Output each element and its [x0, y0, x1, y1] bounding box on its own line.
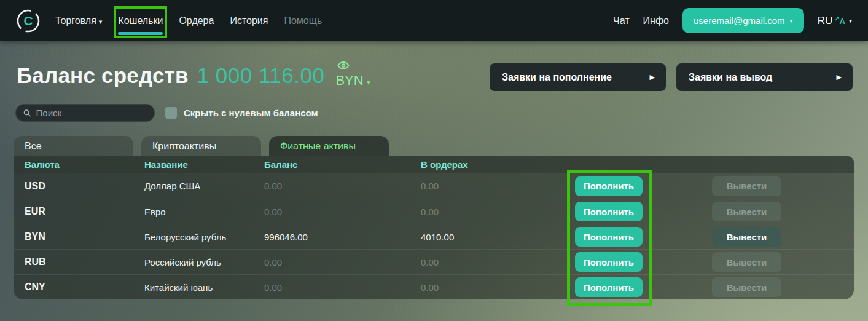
column-header-name: Название	[144, 159, 264, 170]
tab-all[interactable]: Все	[14, 136, 133, 156]
in-orders-cell: 0.00	[421, 257, 561, 268]
nav-item-trading[interactable]: Торговля▾	[55, 15, 102, 26]
name-cell: Китайский юань	[144, 282, 264, 293]
deposit-button[interactable]: Пополнить	[575, 277, 643, 297]
withdraw-button[interactable]: Вывести	[712, 277, 781, 297]
account-menu-button[interactable]: useremail@gmail.com ▾	[682, 8, 804, 33]
app-logo[interactable]: C	[16, 9, 41, 33]
table-row: EUR Евро 0.00 0.00 Пополнить Вывести	[14, 199, 854, 224]
nav-item-label: Помощь	[284, 15, 322, 26]
page-title: Баланс средств	[17, 63, 189, 88]
currency-code: BYN	[335, 73, 363, 88]
eye-icon[interactable]	[337, 61, 350, 70]
search-icon	[23, 109, 31, 117]
hide-zero-label: Скрыть с нулевым балансом	[184, 108, 318, 118]
name-cell: Доллар США	[144, 181, 264, 191]
table-body: USD Доллар США 0.00 0.00 Пополнить Вывес…	[14, 173, 854, 299]
assets-table: Валюта Название Баланс В ордерах USD Дол…	[14, 156, 854, 299]
column-header-in-orders: В ордерах	[421, 159, 561, 170]
user-email: useremail@gmail.com	[694, 15, 785, 26]
currency-cell: RUB	[25, 256, 144, 268]
in-orders-cell: 0.00	[421, 181, 561, 191]
nav-item-label: История	[230, 15, 268, 26]
main-menu: Торговля▾ Кошельки Ордера История Помощь	[55, 15, 322, 26]
table-header: Валюта Название Баланс В ордерах	[14, 156, 854, 173]
withdraw-button[interactable]: Вывести	[712, 252, 781, 272]
balance-cell: 0.00	[264, 207, 421, 217]
translate-icon: ↗A	[834, 16, 845, 25]
withdraw-button[interactable]: Вывести	[712, 227, 781, 247]
total-balance-value: 1 000 116.00	[197, 63, 325, 88]
table-row: USD Доллар США 0.00 0.00 Пополнить Вывес…	[14, 173, 854, 199]
nav-item-label: Кошельки	[118, 15, 163, 26]
top-navbar: C Торговля▾ Кошельки Ордера История Помо…	[0, 0, 868, 41]
chevron-down-icon: ▾	[367, 77, 371, 87]
balance-cell: 996046.00	[264, 232, 421, 242]
table-row: RUB Российский рубль 0.00 0.00 Пополнить…	[14, 249, 854, 274]
deposit-button[interactable]: Пополнить	[575, 202, 643, 221]
arrow-right-icon: ▶	[837, 73, 842, 81]
table-row: BYN Белорусский рубль 996046.00 4010.00 …	[14, 224, 854, 249]
info-link[interactable]: Инфо	[643, 15, 669, 26]
navbar-right: Чат Инфо useremail@gmail.com ▾ RU ↗A ▾	[613, 8, 852, 33]
in-orders-cell: 4010.00	[421, 232, 561, 242]
name-cell: Российский рубль	[144, 257, 264, 268]
page-header: Баланс средств 1 000 116.00 BYN▾ Заявки …	[17, 63, 853, 91]
svg-text:C: C	[23, 14, 33, 28]
currency-cell: USD	[25, 181, 144, 192]
deposit-button[interactable]: Пополнить	[575, 227, 643, 247]
in-orders-cell: 0.00	[421, 207, 561, 217]
tab-crypto-assets[interactable]: Криптоактивы	[141, 136, 261, 156]
search-box[interactable]	[15, 104, 155, 122]
deposit-requests-button[interactable]: Заявки на пополнение ▶	[490, 63, 666, 91]
currency-selector[interactable]: BYN▾	[335, 73, 370, 89]
deposit-button[interactable]: Пополнить	[575, 252, 643, 272]
column-header-currency: Валюта	[25, 159, 144, 170]
button-label: Заявки на пополнение	[502, 72, 612, 83]
name-cell: Евро	[144, 207, 264, 217]
withdraw-requests-button[interactable]: Заявки на вывод ▶	[676, 63, 853, 91]
nav-item-label: Ордера	[179, 15, 214, 26]
currency-cell: CNY	[25, 282, 144, 293]
nav-item-history[interactable]: История	[230, 15, 268, 26]
hide-zero-balance-toggle[interactable]: Скрыть с нулевым балансом	[165, 107, 318, 119]
column-header-balance: Баланс	[264, 159, 421, 170]
currency-cell: BYN	[25, 231, 144, 242]
nav-item-orders[interactable]: Ордера	[179, 15, 214, 26]
in-orders-cell: 0.00	[421, 282, 561, 293]
chevron-down-icon: ▾	[99, 18, 103, 25]
arrow-right-icon: ▶	[650, 73, 655, 81]
table-row: CNY Китайский юань 0.00 0.00 Пополнить В…	[14, 274, 854, 299]
nav-item-help[interactable]: Помощь	[284, 15, 322, 26]
balance-cell: 0.00	[264, 181, 421, 191]
hide-zero-checkbox[interactable]	[165, 107, 177, 119]
withdraw-button[interactable]: Вывести	[712, 176, 781, 196]
search-input[interactable]	[36, 108, 147, 118]
button-label: Заявки на вывод	[689, 72, 772, 83]
nav-item-label: Торговля	[55, 15, 96, 26]
filters-row: Скрыть с нулевым балансом	[15, 104, 853, 122]
deposit-button[interactable]: Пополнить	[575, 176, 643, 196]
language-code: RU	[818, 15, 833, 27]
balance-currency-block: BYN▾	[335, 61, 370, 89]
tab-fiat-assets[interactable]: Фиатные активы	[269, 136, 389, 156]
logo-icon: C	[16, 9, 41, 33]
chat-link[interactable]: Чат	[613, 15, 630, 26]
request-buttons: Заявки на пополнение ▶ Заявки на вывод ▶	[490, 63, 853, 91]
chevron-down-icon: ▾	[790, 17, 793, 24]
chevron-down-icon: ▾	[849, 17, 852, 24]
balance-cell: 0.00	[264, 282, 421, 293]
nav-item-wallets[interactable]: Кошельки	[118, 15, 163, 26]
name-cell: Белорусский рубль	[144, 232, 264, 242]
balance-title-line: Баланс средств 1 000 116.00	[17, 63, 324, 88]
asset-tabs: Все Криптоактивы Фиатные активы	[14, 136, 854, 156]
balance-cell: 0.00	[264, 257, 421, 268]
withdraw-button[interactable]: Вывести	[712, 202, 781, 221]
currency-cell: EUR	[25, 206, 144, 217]
language-switcher[interactable]: RU ↗A ▾	[818, 15, 852, 27]
